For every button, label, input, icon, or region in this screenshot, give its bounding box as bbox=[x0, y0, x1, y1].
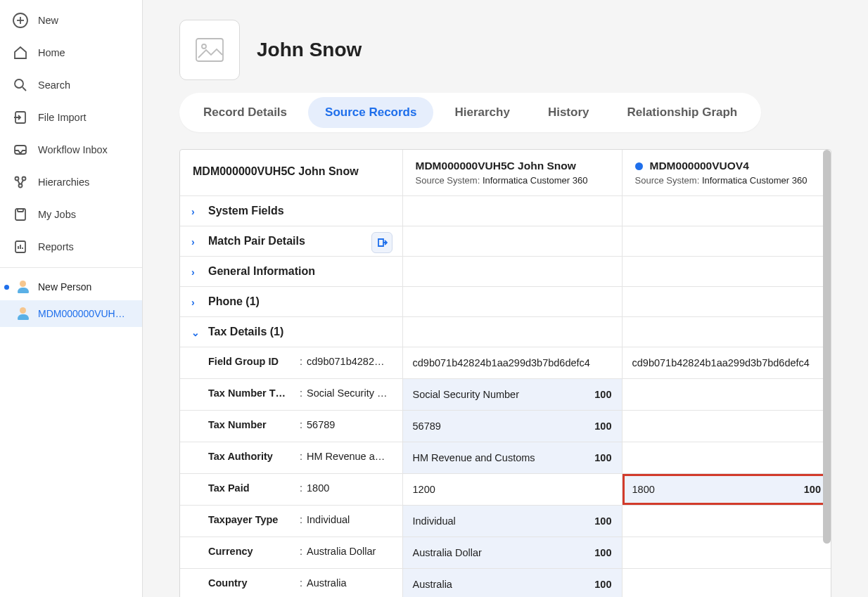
cell-value: Australia Dollar bbox=[413, 547, 482, 558]
svg-line-4 bbox=[23, 87, 26, 91]
field-row: Country:AustraliaAustralia100 bbox=[180, 569, 831, 598]
nav-label: Workflow Inbox bbox=[38, 144, 108, 155]
nav-my-jobs[interactable]: My Jobs bbox=[0, 198, 142, 231]
section-row[interactable]: ›General Information bbox=[180, 257, 831, 287]
cell-score: 100 bbox=[594, 452, 611, 463]
reports-icon bbox=[13, 239, 28, 255]
source-records-card: MDM000000VUH5C John Snow MDM000000VUH5C … bbox=[179, 149, 831, 597]
hierarchy-icon bbox=[13, 174, 28, 190]
source1-cell[interactable]: Individual100 bbox=[403, 506, 622, 537]
source1-subtitle: Source System: Informatica Customer 360 bbox=[416, 175, 609, 186]
source2-cell[interactable] bbox=[623, 411, 831, 442]
nav-hierarchies[interactable]: Hierarchies bbox=[0, 166, 142, 198]
workspace-current-record[interactable]: MDM000000VUH… bbox=[0, 300, 142, 327]
home-icon bbox=[13, 45, 28, 60]
source-records-table: MDM000000VUH5C John Snow MDM000000VUH5C … bbox=[180, 150, 831, 597]
source1-cell[interactable]: 56789100 bbox=[403, 411, 622, 442]
search-icon bbox=[13, 77, 28, 93]
workspace-new-person[interactable]: New Person bbox=[0, 274, 142, 300]
cell-score: 100 bbox=[594, 515, 611, 527]
active-source-dot-icon bbox=[635, 162, 643, 170]
source2-cell[interactable]: 1800100 bbox=[623, 474, 831, 505]
record-tabs: Record Details Source Records Hierarchy … bbox=[179, 93, 761, 132]
source1-cell[interactable]: Social Security Number100 bbox=[403, 379, 622, 410]
person-icon bbox=[17, 281, 30, 293]
person-icon bbox=[17, 307, 30, 320]
field-master-value: 56789 bbox=[307, 419, 393, 430]
tab-record-details[interactable]: Record Details bbox=[186, 97, 304, 128]
cell-score: 100 bbox=[594, 579, 611, 590]
field-row: Tax Authority:HM Revenue a…HM Revenue an… bbox=[180, 442, 831, 474]
cell-value: 1200 bbox=[413, 484, 435, 495]
tab-history[interactable]: History bbox=[531, 97, 606, 128]
svg-point-3 bbox=[15, 79, 23, 88]
source1-cell[interactable]: cd9b071b42824b1aa299d3b7bd6defc4 bbox=[403, 347, 622, 378]
export-button[interactable] bbox=[371, 232, 392, 253]
field-master-value: Australia Dollar bbox=[307, 546, 393, 557]
source1-title: MDM000000VUH5C John Snow bbox=[416, 160, 609, 172]
field-row: Field Group ID:cd9b071b4282…cd9b071b4282… bbox=[180, 347, 831, 379]
source2-subtitle: Source System: Informatica Customer 360 bbox=[635, 175, 819, 186]
unsaved-dot-icon bbox=[4, 285, 9, 290]
source2-title: MDM000000VUOV4 bbox=[650, 160, 749, 172]
record-title: John Snow bbox=[257, 39, 362, 61]
field-master-value: HM Revenue a… bbox=[307, 451, 393, 462]
field-master-value: Australia bbox=[307, 577, 393, 589]
nav-reports[interactable]: Reports bbox=[0, 231, 142, 263]
vertical-scrollbar[interactable] bbox=[822, 150, 831, 597]
col-source2-header[interactable]: MDM000000VUOV4 Source System: Informatic… bbox=[622, 150, 831, 196]
workspace-label: New Person bbox=[38, 281, 91, 293]
nav-file-import[interactable]: File Import bbox=[0, 101, 142, 134]
source1-cell[interactable]: Australia100 bbox=[403, 569, 622, 597]
cell-value: cd9b071b42824b1aa299d3b7bd6defc4 bbox=[632, 357, 810, 368]
source1-cell[interactable]: 1200 bbox=[403, 474, 622, 505]
workspace-label: MDM000000VUH… bbox=[38, 308, 125, 319]
source2-cell[interactable] bbox=[623, 537, 831, 568]
inbox-icon bbox=[13, 142, 28, 158]
chevron-right-icon: › bbox=[191, 206, 195, 217]
nav-label: My Jobs bbox=[38, 209, 76, 220]
source1-cell[interactable]: Australia Dollar100 bbox=[403, 537, 622, 568]
col-source1-header[interactable]: MDM000000VUH5C John Snow Source System: … bbox=[402, 150, 622, 196]
scrollbar-thumb[interactable] bbox=[823, 150, 831, 544]
cell-value: Australia bbox=[413, 579, 452, 590]
section-label: General Information bbox=[208, 265, 315, 277]
source2-cell[interactable] bbox=[623, 506, 831, 537]
cell-value: cd9b071b42824b1aa299d3b7bd6defc4 bbox=[413, 357, 590, 368]
field-name: Tax Authority bbox=[208, 451, 295, 462]
nav-new[interactable]: New bbox=[0, 4, 142, 37]
source2-cell[interactable] bbox=[623, 442, 831, 473]
source2-cell[interactable]: cd9b071b42824b1aa299d3b7bd6defc4 bbox=[623, 347, 831, 378]
source2-cell[interactable] bbox=[623, 569, 831, 597]
nav-search[interactable]: Search bbox=[0, 69, 142, 101]
tab-hierarchy[interactable]: Hierarchy bbox=[438, 97, 526, 128]
col-master-header: MDM000000VUH5C John Snow bbox=[180, 150, 402, 196]
nav-new-label: New bbox=[38, 15, 58, 26]
sidebar: New Home Search File Import Workflow Inb… bbox=[0, 0, 143, 597]
section-label: Phone (1) bbox=[208, 295, 260, 307]
chevron-right-icon: › bbox=[191, 236, 195, 248]
source2-cell[interactable] bbox=[623, 379, 831, 410]
section-row[interactable]: ›Match Pair Details bbox=[180, 226, 831, 257]
tab-source-records[interactable]: Source Records bbox=[308, 97, 433, 128]
section-label: System Fields bbox=[208, 205, 284, 217]
chevron-right-icon: › bbox=[191, 297, 195, 308]
field-row: Tax Number:5678956789100 bbox=[180, 411, 831, 442]
nav-home[interactable]: Home bbox=[0, 37, 142, 69]
field-master-value: cd9b071b4282… bbox=[307, 356, 393, 367]
section-row[interactable]: ›System Fields bbox=[180, 196, 831, 226]
nav-workflow-inbox[interactable]: Workflow Inbox bbox=[0, 134, 142, 166]
chevron-right-icon: › bbox=[191, 267, 195, 278]
cell-score: 100 bbox=[594, 547, 611, 558]
field-master-value: Individual bbox=[307, 514, 393, 525]
nav-label: Hierarchies bbox=[38, 176, 89, 188]
field-name: Country bbox=[208, 577, 295, 589]
tab-relationship-graph[interactable]: Relationship Graph bbox=[610, 97, 754, 128]
section-row[interactable]: ⌄Tax Details (1) bbox=[180, 317, 831, 347]
source1-cell[interactable]: HM Revenue and Customs100 bbox=[403, 442, 622, 473]
section-row[interactable]: ›Phone (1) bbox=[180, 287, 831, 317]
svg-rect-11 bbox=[18, 209, 23, 212]
section-label: Match Pair Details bbox=[208, 235, 305, 247]
cell-value: 56789 bbox=[413, 421, 441, 432]
field-name: Currency bbox=[208, 546, 295, 557]
